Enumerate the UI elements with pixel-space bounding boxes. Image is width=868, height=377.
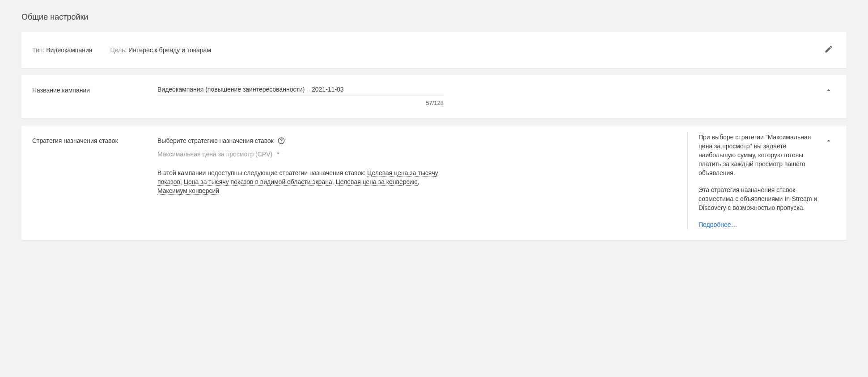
goal-label: Цель: — [110, 46, 127, 54]
bidding-strategy-label: Стратегия назначения ставок — [32, 133, 157, 145]
campaign-name-input[interactable] — [157, 82, 444, 96]
chevron-up-icon — [825, 86, 833, 96]
collapse-button[interactable] — [821, 134, 836, 149]
unavailable-intro: В этой кампании недоступны следующие стр… — [157, 169, 365, 176]
goal-value: Интерес к бренду и товарам — [128, 46, 211, 54]
learn-more-link[interactable]: Подробнее… — [699, 220, 821, 229]
type-value: Видеокампания — [46, 46, 92, 54]
unavail-vcpm[interactable]: Цена за тысячу показов в видимой области… — [184, 178, 332, 186]
bidding-help-para1: При выборе стратегии "Максимальная цена … — [699, 133, 821, 177]
bidding-help-para2: Эта стратегия назначения ставок совмести… — [699, 185, 821, 212]
campaign-name-label: Название кампании — [32, 82, 157, 95]
unavailable-strategies-text: В этой кампании недоступны следующие стр… — [157, 168, 444, 195]
collapse-button[interactable] — [821, 84, 836, 98]
type-label: Тип: — [32, 46, 44, 54]
pencil-icon — [824, 45, 833, 56]
help-icon[interactable] — [277, 137, 285, 145]
bidding-help-panel: При выборе стратегии "Максимальная цена … — [687, 133, 821, 229]
campaign-name-char-counter: 57/128 — [157, 96, 444, 108]
bidding-strategy-card: Стратегия назначения ставок Выберите стр… — [21, 126, 847, 240]
svg-point-1 — [281, 142, 281, 142]
chevron-up-icon — [825, 137, 833, 147]
page-title: Общие настройки — [0, 9, 868, 32]
bidding-strategy-select[interactable]: Максимальная цена за просмотр (CPV) — [157, 147, 281, 161]
campaign-type-summary-card: Тип: Видеокампания Цель: Интерес к бренд… — [21, 32, 847, 68]
bidding-strategy-value: Максимальная цена за просмотр (CPV) — [157, 150, 272, 159]
campaign-name-card: Название кампании 57/128 — [21, 75, 847, 118]
bidding-choose-label: Выберите стратегию назначения ставок — [157, 136, 274, 145]
edit-button[interactable] — [821, 43, 836, 57]
goal-pair: Цель: Интерес к бренду и товарам — [110, 46, 211, 54]
unavail-max-conversions[interactable]: Максимум конверсий — [157, 187, 219, 195]
type-pair: Тип: Видеокампания — [32, 46, 92, 54]
chevron-down-icon — [275, 150, 281, 159]
unavail-target-cpa[interactable]: Целевая цена за конверсию — [335, 178, 417, 186]
